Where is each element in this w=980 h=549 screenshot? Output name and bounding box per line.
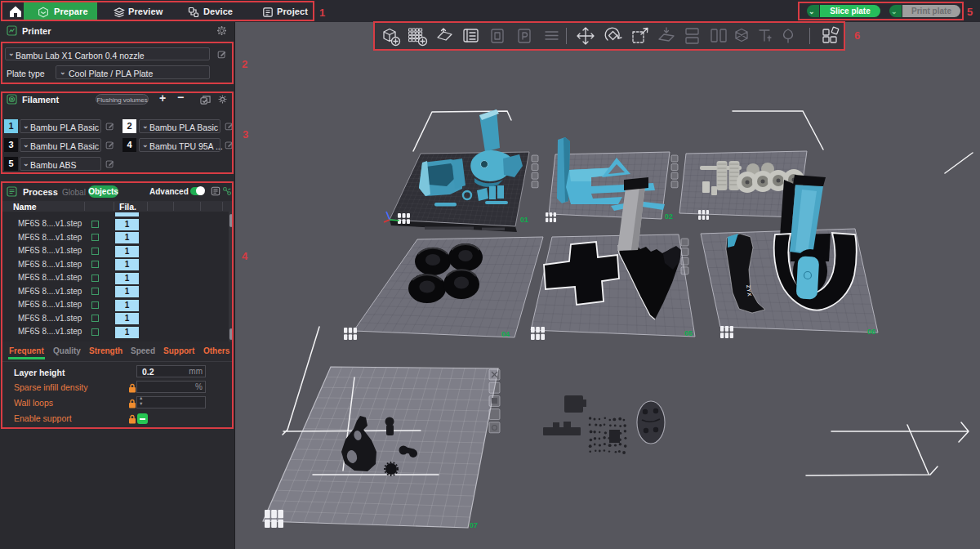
svg-text:04: 04 (501, 330, 510, 338)
svg-text:01: 01 (520, 216, 528, 224)
svg-text:06: 06 (867, 328, 875, 336)
svg-text:02: 02 (665, 212, 673, 221)
svg-text:05: 05 (684, 329, 693, 337)
svg-text:07: 07 (470, 521, 478, 529)
